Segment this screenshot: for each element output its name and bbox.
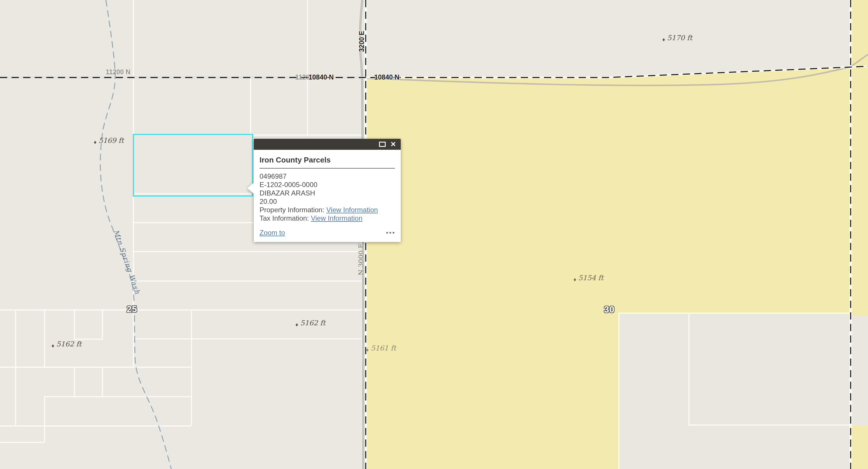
popup-header [254,139,401,150]
elevation-marker-icon [93,140,97,145]
elevation-label: 5162 ft [295,319,326,327]
road-label-10840n-west: 10840 N [309,73,334,81]
elevation-marker-icon [662,37,665,42]
road-label-3200e: 3200 E [358,31,366,52]
zoom-to-link[interactable]: Zoom to [259,229,285,237]
popup-content: 0496987 E-1202-0005-0000 DIBAZAR ARASH 2… [254,169,401,222]
property-info-link[interactable]: View Information [327,206,378,214]
road-label-11200n: 11200 N [105,68,130,76]
acreage-value: 20.00 [259,197,395,206]
section-label-25: 25 [127,304,137,314]
tax-info-row: Tax Information: View Information [259,214,395,222]
elevation-marker-icon [51,343,55,349]
parcel-number-value: E-1202-0005-0000 [259,180,395,189]
ellipsis-icon[interactable] [386,231,395,235]
elevation-label: 5154 ft [573,274,603,282]
elevation-marker-icon [365,347,369,353]
elevation-label: 5162 ft [51,340,82,348]
map-canvas[interactable]: 11200 N 11200 N 10840 N 10840 N 3200 E N… [0,0,868,469]
property-info-label: Property Information: [259,206,324,214]
parcel-id-value: 0496987 [259,172,395,180]
popup-callout-arrow [247,182,254,194]
elevation-marker-icon [573,277,577,282]
tax-info-label: Tax Information: [259,214,309,222]
owner-name-value: DIBAZAR ARASH [259,189,395,197]
close-icon[interactable] [390,141,396,148]
property-info-row: Property Information: View Information [259,206,395,214]
popup-body: Iron County Parcels 0496987 E-1202-0005-… [254,150,401,242]
popup-title: Iron County Parcels [254,150,401,168]
elevation-label: 5161 ft [365,344,396,352]
feature-popup: Iron County Parcels 0496987 E-1202-0005-… [254,139,401,242]
elevation-label: 5170 ft [662,34,692,42]
selected-parcel-highlight[interactable] [133,134,253,197]
elevation-marker-icon [295,323,299,328]
tax-info-link[interactable]: View Information [311,214,362,222]
road-label-n3000e: N 3000 E [357,243,365,275]
road-label-10840n-east: 10840 N [374,73,400,81]
maximize-icon[interactable] [379,142,386,147]
section-label-30: 30 [604,304,615,315]
popup-footer: Zoom to [254,222,401,242]
elevation-label: 5169 ft [93,136,124,144]
